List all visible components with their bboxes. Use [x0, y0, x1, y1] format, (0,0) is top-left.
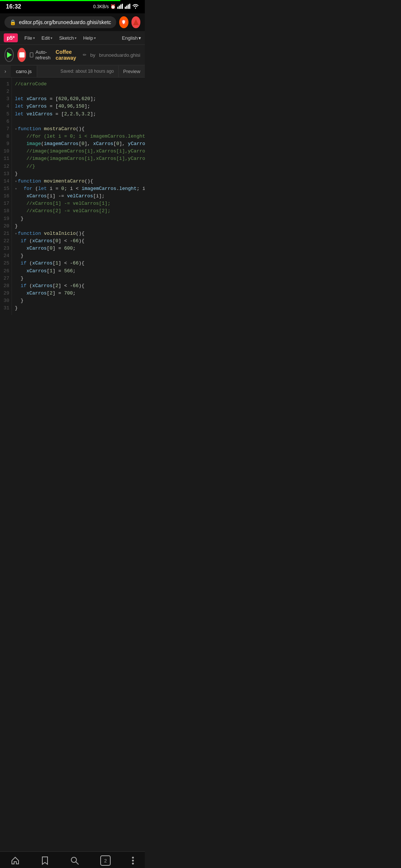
lang-arrow: ▾ [138, 35, 141, 41]
token-plain [15, 201, 26, 206]
language-button[interactable]: English ▾ [122, 35, 141, 41]
code-content[interactable]: //carroCode let xCarros = [620,620,620];… [12, 78, 145, 315]
help-menu[interactable]: Help ▾ [81, 34, 98, 42]
line-number: 2 [3, 88, 9, 95]
chevron-button[interactable]: › [0, 65, 11, 77]
token-var: xCarros [26, 193, 47, 199]
token-var: xCarros [93, 141, 114, 147]
token-plain: ] = [52, 268, 64, 274]
token-plain: . [116, 186, 119, 191]
code-line: } [15, 305, 142, 312]
token-plain: ] = [52, 246, 64, 251]
line-number: 17 [3, 200, 9, 207]
token-plain [15, 208, 26, 214]
wifi-icon [132, 4, 139, 10]
code-line: let velCarros = [2,2.5,3.2]; [15, 111, 142, 118]
svg-rect-2 [120, 4, 121, 9]
sketch-menu[interactable]: Sketch ▾ [57, 34, 79, 42]
fold-icon[interactable]: ▾ [15, 180, 17, 184]
svg-marker-9 [133, 19, 138, 25]
code-line: //} [15, 163, 142, 170]
line-number: 25 [3, 260, 9, 267]
token-plain: ){ [79, 238, 85, 244]
token-plain: , [73, 103, 76, 109]
token-plain: ; i = i + [137, 186, 145, 191]
token-num: 620 [70, 96, 78, 102]
fold-icon[interactable]: ▾ [15, 127, 17, 131]
stop-button[interactable] [17, 48, 26, 62]
token-plain: ] < - [58, 238, 73, 244]
token-var: xCarros [26, 268, 47, 274]
line-number: 9 [3, 140, 9, 148]
edit-menu[interactable]: Edit ▾ [39, 34, 55, 42]
token-plain: ] < - [58, 283, 73, 289]
token-plain: ] = [52, 290, 64, 296]
auto-refresh-checkbox[interactable] [30, 52, 33, 57]
token-num: 40 [58, 103, 64, 109]
token-var: velCarros [26, 111, 52, 117]
token-plain: ){ [79, 260, 85, 266]
token-plain: [i]; [93, 193, 105, 199]
progress-bar [0, 0, 120, 1]
sketch-menu-arrow: ▾ [75, 36, 76, 40]
app-toolbar: p5* File ▾ Edit ▾ Sketch ▾ Help ▾ Englis… [0, 31, 145, 45]
code-line: let yCarros = [40,96,150]; [15, 103, 142, 110]
token-keyword: function [18, 126, 41, 132]
token-var: lenght [119, 186, 137, 191]
token-comment: //image(imagemCarros[i],xCarros[i],yCarr… [26, 156, 145, 161]
code-line: } [15, 223, 142, 230]
line-number: 23 [3, 245, 9, 252]
token-num: 700 [64, 290, 73, 296]
token-comment: //image(imagemCarros[i],xCarros[i],yCarr… [26, 148, 145, 154]
play-button[interactable] [4, 48, 14, 62]
brave-icon[interactable] [119, 16, 128, 28]
token-plain: [ [113, 141, 116, 147]
line-number: 13 [3, 170, 9, 178]
auto-refresh-wrap: Auto-refresh [30, 49, 52, 60]
token-num: 66 [73, 260, 79, 266]
svg-rect-6 [128, 4, 129, 9]
token-num: 620 [58, 96, 67, 102]
token-num: 0 [55, 238, 58, 244]
code-line: } [15, 170, 142, 178]
code-line: xCarros[i] -= velCarros[i]; [15, 193, 142, 200]
brand-menu-icon[interactable] [131, 16, 140, 28]
token-plain: [i] -= [47, 193, 67, 199]
line-number: 18 [3, 207, 9, 215]
fold-icon[interactable]: ▾ [15, 232, 17, 236]
signal1-icon [117, 4, 123, 10]
fold-icon[interactable]: ▾ [15, 187, 17, 191]
token-builtin: image [26, 141, 41, 147]
preview-button[interactable]: Preview [118, 66, 145, 77]
code-line: ▾function mostraCarro(){ [15, 125, 142, 133]
svg-rect-7 [129, 4, 130, 9]
code-line: image(imagemCarros[0], xCarros[0], yCarr… [15, 140, 142, 148]
address-bar-inner[interactable]: 🔒 editor.p5js.org/brunoeduardo.ghisi/ske… [4, 16, 116, 28]
svg-rect-3 [122, 4, 123, 9]
file-tab[interactable]: carro.js [11, 66, 38, 77]
token-plain: ( [26, 283, 32, 289]
code-line: } [15, 275, 142, 282]
token-comment: //xCarros[2] -= velCarros[2]; [26, 208, 110, 214]
edit-pencil-icon[interactable]: ✏ [83, 52, 87, 57]
line-numbers: 1234567891011121314151617181920212223242… [0, 78, 12, 315]
token-num: 2 [55, 283, 58, 289]
code-line: //image(imagemCarros[i],xCarros[i],yCarr… [15, 148, 142, 155]
code-line: ▾ for (let i = 0; i < imagemCarros.lengh… [15, 185, 142, 193]
token-plain [15, 290, 26, 296]
token-comment: //carroCode [15, 81, 47, 87]
token-plain: , [79, 111, 82, 117]
token-keyword: let [15, 111, 23, 117]
code-editor[interactable]: 1234567891011121314151617181920212223242… [0, 78, 145, 315]
token-num: 1 [55, 260, 58, 266]
token-plain: } [15, 298, 23, 303]
token-num: 0 [61, 186, 64, 191]
token-keyword: let [15, 96, 23, 102]
token-function: mostraCarro [44, 126, 76, 132]
code-line: } [15, 215, 142, 223]
token-num: 2.5 [70, 111, 78, 117]
code-line: xCarros[1] = 566; [15, 267, 142, 275]
file-menu[interactable]: File ▾ [22, 34, 37, 42]
address-bar: 🔒 editor.p5js.org/brunoeduardo.ghisi/ske… [0, 13, 145, 31]
line-number: 5 [3, 111, 9, 118]
